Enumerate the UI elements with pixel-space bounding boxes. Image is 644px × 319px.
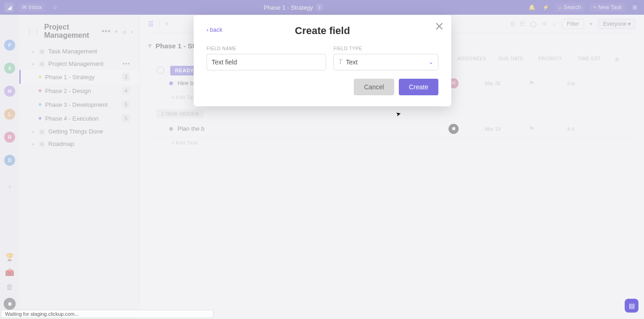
field-type-select[interactable]: T Text ⌄ [334, 54, 438, 70]
field-type-label: FIELD TYPE [334, 46, 438, 51]
back-button[interactable]: ‹ back [207, 26, 223, 33]
browser-status-bar: Waiting for staging.clickup.com... [1, 310, 213, 318]
chevron-down-icon: ⌄ [429, 59, 433, 65]
create-field-modal: ‹ back Create field FIELD NAME FIELD TYP… [194, 15, 451, 106]
field-type-value: Text [346, 58, 358, 66]
back-label: back [210, 26, 222, 33]
text-type-icon: T [339, 58, 342, 66]
help-fab[interactable]: ▤ [625, 299, 638, 313]
modal-title: Create field [207, 25, 438, 37]
close-icon[interactable] [435, 22, 444, 33]
create-button[interactable]: Create [399, 79, 438, 95]
cancel-button[interactable]: Cancel [354, 79, 394, 95]
chevron-left-icon: ‹ [207, 26, 208, 33]
field-name-input[interactable] [207, 54, 326, 70]
field-name-label: FIELD NAME [207, 46, 326, 51]
